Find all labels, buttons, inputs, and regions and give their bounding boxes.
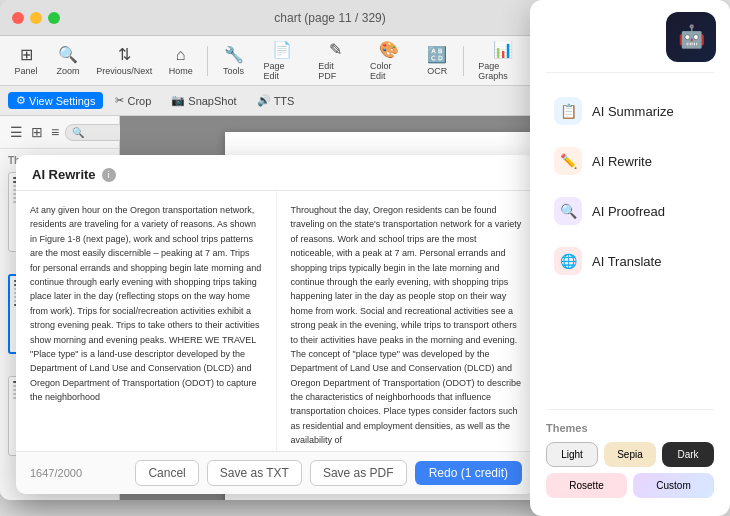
view-settings-button[interactable]: ⚙ View Settings [8,92,103,109]
traffic-lights [12,12,60,24]
theme-rosette-button[interactable]: Rosette [546,473,627,498]
minimize-button[interactable] [30,12,42,24]
sidebar-list-icon[interactable]: ≡ [49,122,61,142]
theme-sepia-button[interactable]: Sepia [604,442,656,467]
ai-rewrite-footer: 1647/2000 Cancel Save as TXT Save as PDF… [16,451,536,494]
panel-icon: ⊞ [20,45,33,64]
cancel-button[interactable]: Cancel [135,460,198,486]
ai-proofread-item[interactable]: 🔍 AI Proofread [538,187,722,235]
ocr-button[interactable]: 🔠 OCR [419,41,455,80]
theme-custom-button[interactable]: Custom [633,473,714,498]
tools-button[interactable]: 🔧 Tools [216,41,252,80]
snapshot-icon: 📷 [171,94,185,107]
redo-button[interactable]: Redo (1 credit) [415,461,522,485]
ai-proofread-label: AI Proofread [592,204,665,219]
save-txt-button[interactable]: Save as TXT [207,460,302,486]
theme-dark-button[interactable]: Dark [662,442,714,467]
page-graphs-icon: 📊 [493,40,513,59]
edit-pdf-icon: ✎ [329,40,342,59]
home-button[interactable]: ⌂ Home [163,42,199,80]
theme-light-button[interactable]: Light [546,442,598,467]
color-edit-icon: 🎨 [379,40,399,59]
ai-rewrite-body: At any given hour on the Oregon transpor… [16,191,536,451]
close-button[interactable] [12,12,24,24]
ai-rewrite-panel: AI Rewrite i At any given hour on the Or… [16,155,536,494]
ai-summarize-icon: 📋 [554,97,582,125]
sidebar-toggle-icon[interactable]: ☰ [8,122,25,142]
page-edit-button[interactable]: 📄 Page Edit [258,36,307,85]
prevnext-button[interactable]: ⇅ Previous/Next [92,41,157,80]
ai-summarize-label: AI Summarize [592,104,674,119]
info-icon[interactable]: i [102,168,116,182]
page-graphs-button[interactable]: 📊 Page Graphs [472,36,534,85]
ocr-icon: 🔠 [427,45,447,64]
maximize-button[interactable] [48,12,60,24]
ai-translate-icon: 🌐 [554,247,582,275]
view-settings-icon: ⚙ [16,94,26,107]
toolbar-divider-2 [463,46,464,76]
crop-button[interactable]: ✂ Crop [107,92,159,109]
ai-rewrite-icon: ✏️ [554,147,582,175]
ai-panel-header: 🤖 [530,0,730,68]
zoom-button[interactable]: 🔍 Zoom [50,41,86,80]
ai-summarize-item[interactable]: 📋 AI Summarize [538,87,722,135]
toolbar-divider-1 [207,46,208,76]
themes-row-1: Light Sepia Dark [546,442,714,467]
sidebar-search-input[interactable] [65,124,125,141]
zoom-icon: 🔍 [58,45,78,64]
ai-divider-top [546,72,714,73]
word-count: 1647/2000 [30,467,82,479]
ai-rewrite-actions: Cancel Save as TXT Save as PDF Redo (1 c… [135,460,522,486]
ai-rewrite-title: AI Rewrite [32,167,96,182]
ai-rewrite-label: AI Rewrite [592,154,652,169]
themes-section: Themes Light Sepia Dark Rosette Custom [530,414,730,516]
sidebar-grid-icon[interactable]: ⊞ [29,122,45,142]
crop-icon: ✂ [115,94,124,107]
ai-translate-label: AI Translate [592,254,661,269]
ai-rewrite-right-text: Throughout the day, Oregon residents can… [277,191,537,451]
ai-rewrite-header: AI Rewrite i [16,155,536,191]
ai-rewrite-item[interactable]: ✏️ AI Rewrite [538,137,722,185]
page-edit-icon: 📄 [272,40,292,59]
window-title: chart (page 11 / 329) [68,11,592,25]
tools-icon: 🔧 [224,45,244,64]
ai-translate-item[interactable]: 🌐 AI Translate [538,237,722,285]
ai-panel: 🤖 📋 AI Summarize ✏️ AI Rewrite 🔍 AI Proo… [530,0,730,516]
home-icon: ⌂ [176,46,186,64]
ai-rewrite-left-text: At any given hour on the Oregon transpor… [16,191,277,451]
tts-button[interactable]: 🔊 TTS [249,92,303,109]
ai-menu-items: 📋 AI Summarize ✏️ AI Rewrite 🔍 AI Proofr… [530,77,730,405]
ai-logo-icon: 🤖 [678,24,705,50]
tts-icon: 🔊 [257,94,271,107]
themes-row-2: Rosette Custom [546,473,714,498]
snapshot-button[interactable]: 📷 SnapShot [163,92,244,109]
ai-divider-bottom [546,409,714,410]
themes-label: Themes [546,422,714,434]
save-pdf-button[interactable]: Save as PDF [310,460,407,486]
panel-button[interactable]: ⊞ Panel [8,41,44,80]
prevnext-icon: ⇅ [118,45,131,64]
ai-proofread-icon: 🔍 [554,197,582,225]
edit-pdf-button[interactable]: ✎ Edit PDF [312,36,358,85]
color-edit-button[interactable]: 🎨 Color Edit [364,36,413,85]
ai-logo: 🤖 [666,12,716,62]
sidebar-header: ☰ ⊞ ≡ [0,116,119,149]
